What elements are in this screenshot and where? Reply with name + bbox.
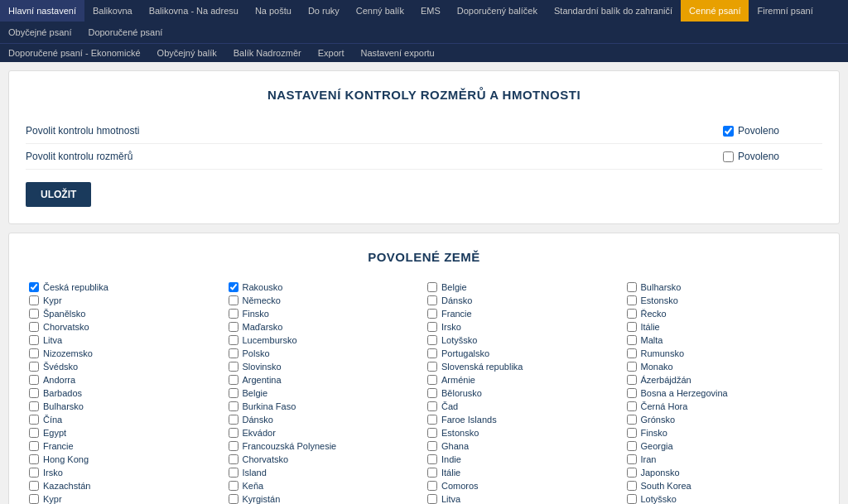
- country-label[interactable]: Černá Hora: [641, 401, 688, 411]
- country-checkbox[interactable]: [627, 415, 637, 425]
- country-label[interactable]: Španělsko: [43, 309, 85, 319]
- country-checkbox[interactable]: [627, 401, 637, 411]
- subnav-export[interactable]: Export: [310, 44, 353, 62]
- country-checkbox[interactable]: [229, 428, 238, 438]
- country-checkbox[interactable]: [29, 494, 39, 504]
- country-label[interactable]: Irsko: [441, 322, 461, 332]
- country-checkbox[interactable]: [29, 401, 39, 411]
- country-checkbox[interactable]: [427, 481, 437, 491]
- country-checkbox[interactable]: [29, 348, 39, 358]
- country-label[interactable]: Finsko: [641, 428, 667, 438]
- size-checkbox-label[interactable]: Povoleno: [738, 151, 779, 162]
- country-checkbox[interactable]: [29, 388, 39, 398]
- country-label[interactable]: Dánsko: [441, 295, 472, 305]
- country-label[interactable]: Belgie: [441, 282, 467, 292]
- country-checkbox[interactable]: [427, 441, 437, 451]
- country-label[interactable]: Lucembursko: [243, 335, 297, 345]
- country-checkbox[interactable]: [427, 428, 437, 438]
- country-label[interactable]: Belgie: [243, 388, 268, 398]
- country-checkbox[interactable]: [627, 335, 637, 345]
- country-checkbox[interactable]: [627, 454, 637, 464]
- country-label[interactable]: Chorvatsko: [243, 454, 289, 464]
- country-label[interactable]: Kypr: [43, 494, 62, 504]
- country-label[interactable]: Řecko: [641, 309, 667, 319]
- country-checkbox[interactable]: [627, 494, 637, 504]
- subnav-balik-nadrozmer[interactable]: Balík Nadrozměr: [225, 44, 310, 62]
- country-label[interactable]: Burkina Faso: [243, 401, 296, 411]
- country-label[interactable]: Čína: [43, 415, 62, 425]
- country-label[interactable]: Kazachstán: [43, 481, 90, 491]
- country-label[interactable]: Slovinsko: [243, 362, 282, 372]
- country-checkbox[interactable]: [627, 348, 637, 358]
- country-checkbox[interactable]: [29, 309, 39, 319]
- country-label[interactable]: Keňa: [243, 481, 264, 491]
- country-label[interactable]: Francie: [43, 441, 74, 451]
- country-label[interactable]: Arménie: [441, 375, 475, 385]
- country-checkbox[interactable]: [627, 309, 637, 319]
- country-checkbox[interactable]: [427, 494, 437, 504]
- nav-na-postu[interactable]: Na poštu: [247, 0, 300, 22]
- country-label[interactable]: Švédsko: [43, 362, 78, 372]
- country-checkbox[interactable]: [427, 322, 437, 332]
- country-checkbox[interactable]: [427, 375, 437, 385]
- country-checkbox[interactable]: [229, 494, 238, 504]
- country-label[interactable]: Litva: [43, 335, 62, 345]
- country-label[interactable]: Estonsko: [441, 428, 479, 438]
- nav-standardni-balik[interactable]: Standardní balík do zahraničí: [546, 0, 681, 22]
- country-label[interactable]: Německo: [243, 295, 281, 305]
- country-checkbox[interactable]: [427, 362, 437, 372]
- country-checkbox[interactable]: [627, 428, 637, 438]
- country-label[interactable]: Francie: [441, 309, 472, 319]
- country-label[interactable]: Bulharsko: [641, 282, 682, 292]
- country-checkbox[interactable]: [427, 348, 437, 358]
- country-checkbox[interactable]: [29, 362, 39, 372]
- country-label[interactable]: Faroe Islands: [441, 415, 497, 425]
- country-label[interactable]: Lotyšsko: [641, 494, 677, 504]
- nav-balikovna-na-adresu[interactable]: Balikovna - Na adresu: [141, 0, 247, 22]
- country-checkbox[interactable]: [229, 401, 238, 411]
- country-label[interactable]: Bulharsko: [43, 401, 84, 411]
- country-label[interactable]: Slovenská republika: [441, 362, 523, 372]
- country-label[interactable]: Dánsko: [243, 415, 273, 425]
- nav-firemni-psani[interactable]: Firemní psaní: [749, 0, 821, 22]
- country-label[interactable]: South Korea: [641, 481, 691, 491]
- country-label[interactable]: Grónsko: [641, 415, 676, 425]
- country-label[interactable]: Estonsko: [641, 295, 678, 305]
- weight-checkbox[interactable]: [723, 126, 734, 137]
- country-label[interactable]: Itálie: [641, 322, 660, 332]
- country-label[interactable]: Comoros: [441, 481, 479, 491]
- nav-hlavni-nastaveni[interactable]: Hlavní nastavení: [0, 0, 84, 22]
- country-label[interactable]: Andorra: [43, 375, 75, 385]
- country-label[interactable]: Kypr: [43, 295, 62, 305]
- country-checkbox[interactable]: [229, 362, 238, 372]
- country-checkbox[interactable]: [29, 441, 39, 451]
- country-label[interactable]: Ghana: [441, 441, 469, 451]
- country-checkbox[interactable]: [229, 468, 238, 478]
- country-label[interactable]: Bosna a Herzegovina: [641, 388, 728, 398]
- country-checkbox[interactable]: [627, 468, 637, 478]
- country-checkbox[interactable]: [627, 481, 637, 491]
- country-label[interactable]: Monako: [641, 362, 673, 372]
- country-checkbox[interactable]: [627, 441, 637, 451]
- country-checkbox[interactable]: [427, 468, 437, 478]
- country-label[interactable]: Česká republika: [43, 282, 108, 292]
- country-label[interactable]: Barbados: [43, 388, 82, 398]
- country-checkbox[interactable]: [427, 415, 437, 425]
- country-checkbox[interactable]: [229, 309, 238, 319]
- country-checkbox[interactable]: [229, 388, 238, 398]
- country-checkbox[interactable]: [427, 295, 437, 305]
- country-checkbox[interactable]: [627, 295, 637, 305]
- country-label[interactable]: Bělorusko: [441, 388, 482, 398]
- country-checkbox[interactable]: [427, 401, 437, 411]
- country-checkbox[interactable]: [29, 282, 39, 292]
- country-label[interactable]: Malta: [641, 335, 663, 345]
- country-checkbox[interactable]: [229, 415, 238, 425]
- country-checkbox[interactable]: [29, 335, 39, 345]
- nav-cenne-psani[interactable]: Cenné psaní: [681, 0, 749, 22]
- country-checkbox[interactable]: [627, 362, 637, 372]
- country-checkbox[interactable]: [229, 295, 238, 305]
- nav-obycejne-psani[interactable]: Obyčejné psaní: [0, 22, 80, 43]
- country-label[interactable]: Egypt: [43, 428, 66, 438]
- country-checkbox[interactable]: [229, 441, 238, 451]
- country-checkbox[interactable]: [229, 454, 238, 464]
